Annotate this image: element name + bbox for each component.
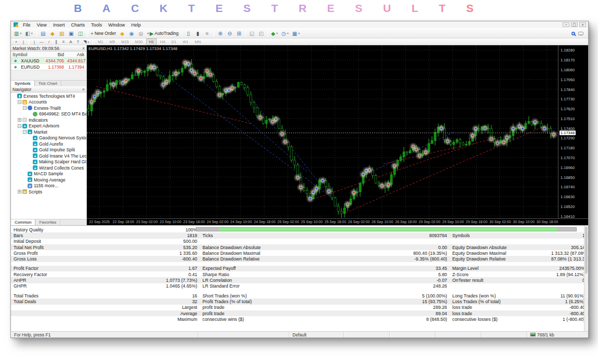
menu-insert[interactable]: Insert <box>50 22 68 28</box>
navigator-tab-favorites[interactable]: Favorites <box>35 219 60 225</box>
tree-item-accounts[interactable]: −▥Accounts <box>11 99 86 106</box>
tree-item-gold-aurefix[interactable]: ▲Gold Aurefix <box>11 141 86 147</box>
new-chart-button[interactable]: ▥▼ <box>13 29 23 37</box>
periods-dropdown[interactable]: ◷▼ <box>281 29 290 37</box>
timeframe-M1[interactable]: M1 <box>95 38 106 45</box>
cursor-button[interactable]: + <box>13 39 19 45</box>
tree-item-1155-more-[interactable]: ⊕1155 more... <box>11 183 86 189</box>
timeframe-H1[interactable]: H1 <box>146 38 157 45</box>
status-profile[interactable]: Default <box>289 332 344 337</box>
history-quality-bar <box>196 227 577 231</box>
fibonacci-button[interactable]: ≡ <box>60 39 67 45</box>
time-axis[interactable]: 22 Sep 202522 Sep 18:0023 Sep 02:0023 Se… <box>87 218 588 225</box>
candlestick-chart-button[interactable]: ▮ <box>194 29 202 37</box>
menu-help[interactable]: Help <box>128 22 144 28</box>
indicators-icon: ◆ <box>271 31 275 36</box>
market-watch-row-XAUUSD[interactable]: ◆XAUUSD4344.7054344.817 <box>11 58 86 64</box>
chart-plot-area[interactable]: EURUSD,H1 1.17342 1.17429 1.17334 1.1734… <box>87 45 558 218</box>
close-icon[interactable]: × <box>82 46 85 50</box>
tree-item-macd-sample[interactable]: ▲MACD Sample <box>11 171 86 177</box>
timeframe-MN[interactable]: MN <box>192 38 203 45</box>
vertical-line-button[interactable]: | <box>31 39 37 45</box>
timeframe-W1[interactable]: W1 <box>180 38 191 45</box>
menu-charts[interactable]: Charts <box>68 22 88 28</box>
tree-item-exness-trial8[interactable]: −Exness-Trial8 <box>11 105 86 111</box>
navigator-tab-common[interactable]: Common <box>11 219 35 225</box>
timeframe-H4[interactable]: H4 <box>158 38 168 45</box>
cascade-windows-button[interactable]: ◱ <box>248 29 256 37</box>
timeframe-M15[interactable]: M15 <box>119 38 132 45</box>
channel-button[interactable]: ∥ <box>53 39 59 45</box>
tree-item-gaodong-nervous-system-mt4-ea[interactable]: ▲Gaodong Nervous System MT4 EA <box>11 135 86 141</box>
bar-chart-button[interactable]: ▯ <box>184 29 193 37</box>
scrollbar-thumb[interactable] <box>585 227 588 274</box>
zoom-out-button[interactable]: ⊖ <box>225 29 234 37</box>
profiles-button[interactable]: ◧▼ <box>24 29 34 37</box>
tile-windows-button[interactable]: ⊞ <box>235 29 243 37</box>
close-icon[interactable]: × <box>82 87 85 92</box>
text-button[interactable]: A <box>68 39 74 45</box>
tree-item-making-scalper-hard-gold[interactable]: ▲Making Scalper Hard GOLD <box>11 159 86 165</box>
label-button[interactable]: T <box>75 39 81 45</box>
tree-expander-icon[interactable]: − <box>18 124 21 128</box>
trendline-button[interactable]: / <box>46 39 52 45</box>
stat-row: Gross Loss-800.40Balance Drawdown Relati… <box>11 256 588 262</box>
menu-file[interactable]: File <box>20 22 34 28</box>
market-globe-button[interactable]: ◎ <box>137 29 145 37</box>
tree-expander-icon[interactable]: − <box>23 106 27 110</box>
tree-expander-icon[interactable]: + <box>18 190 21 193</box>
tree-item-expert-advisors[interactable]: −▲Expert Advisors <box>11 123 86 129</box>
indicators-dropdown[interactable]: ◆▼ <box>270 29 279 37</box>
market-watch-title: Market Watch: 09:09:56 <box>12 46 59 51</box>
tree-item-exness-technologies-mt4[interactable]: ▮Exness Technologies MT4 <box>11 93 86 99</box>
horizontal-line-button[interactable]: — <box>39 39 45 45</box>
stat-label: Balance Drawdown Absolute <box>202 245 368 250</box>
tree-item-gold-insane-v4-the-leo-trader-[interactable]: ▲Gold Insane V4 The Leo Trader FX <box>11 153 86 159</box>
timeframe-M5[interactable]: M5 <box>107 38 118 45</box>
line-chart-button[interactable]: ≈ <box>203 29 211 37</box>
menu-window[interactable]: Window <box>105 22 128 28</box>
tree-item-gold-impulse-split[interactable]: ▲Gold Impulse Split <box>11 147 86 153</box>
templates-dropdown[interactable]: ▦▼ <box>291 29 301 37</box>
navigator-toggle[interactable]: ▧ <box>58 29 66 37</box>
timeframe-M30[interactable]: M30 <box>133 38 146 45</box>
tree-item-69649962-seo-mt4-backtest[interactable]: 69649962: SEO MT4 Backtest <box>11 111 86 118</box>
stats-scrollbar[interactable] <box>584 226 588 331</box>
tree-node-icon: ▲ <box>33 160 37 164</box>
stat-label: Gross Loss <box>14 256 131 262</box>
tree-expander-icon[interactable]: + <box>18 118 21 122</box>
stat-value: 1 <box>551 233 585 238</box>
tree-item-indicators[interactable]: +ƒIndicators <box>11 117 86 123</box>
restore-button[interactable]: ▢ <box>571 22 578 27</box>
price-axis[interactable]: 1.182801.181701.180601.179501.178401.177… <box>558 45 588 218</box>
market-watch-tab-tick-chart[interactable]: Tick Chart <box>35 81 61 86</box>
tree-expander-icon[interactable]: − <box>23 130 27 134</box>
timeframe-D1[interactable]: D1 <box>169 38 179 45</box>
menu-view[interactable]: View <box>34 22 50 28</box>
market-watch-tab-symbols[interactable]: Symbols <box>11 81 35 86</box>
zoom-in-button[interactable]: ⊕ <box>216 29 224 37</box>
new-order-button[interactable]: +New Order <box>90 29 117 37</box>
market-watch-row-EURUSD[interactable]: ◆EURUSD1.173881.17394 <box>11 64 86 70</box>
tree-item-scripts[interactable]: +▤Scripts <box>11 189 86 195</box>
market-watch-toggle[interactable]: ▤ <box>39 29 47 37</box>
menu-tools[interactable]: Tools <box>88 22 105 28</box>
mql5-community-button[interactable]: ◉ <box>128 29 136 37</box>
tree-item-moving-average[interactable]: ▲Moving Average <box>11 177 86 183</box>
search-icon[interactable] <box>571 32 575 35</box>
arrows-dropdown[interactable]: ◥▼ <box>82 39 91 45</box>
chat-icon[interactable] <box>578 32 583 35</box>
autotrading-button[interactable]: ●▶AutoTrading <box>146 29 180 37</box>
close-button[interactable]: × <box>579 22 586 27</box>
tree-item-wizard-collects-cones[interactable]: ▲Wizard Collects Cones <box>11 165 86 171</box>
tree-item-market[interactable]: −▲Market <box>11 129 86 135</box>
tree-expander-icon[interactable]: − <box>18 100 21 104</box>
tree-node-icon: ▲ <box>28 129 32 134</box>
metaeditor-button[interactable]: ◆ <box>118 29 126 37</box>
data-window-toggle[interactable]: ◆ <box>48 29 57 37</box>
minimize-button[interactable]: − <box>563 22 569 27</box>
strategy-tester-toggle[interactable]: ◫ <box>77 29 85 37</box>
crosshair-button[interactable]: | <box>20 39 27 45</box>
terminal-toggle[interactable]: ▣ <box>67 29 75 37</box>
arrange-windows-button[interactable]: ◰ <box>257 29 265 37</box>
